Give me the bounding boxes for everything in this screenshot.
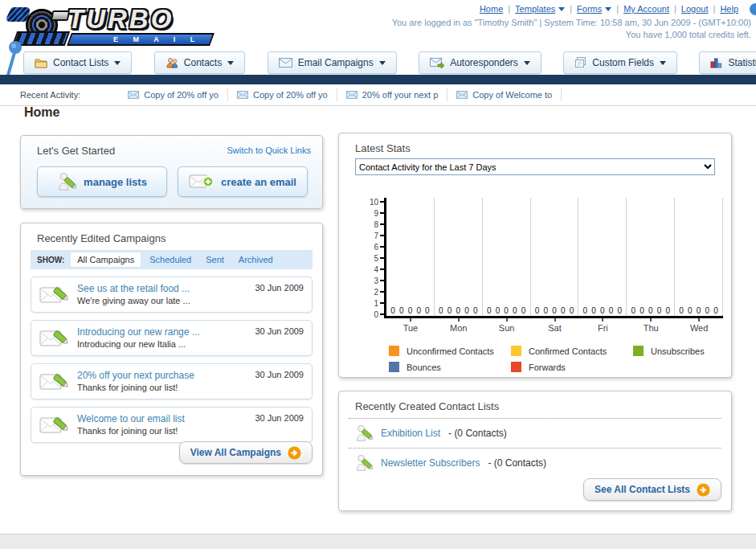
chart-plot: 00000000000000000000000000000000000 (384, 198, 723, 318)
campaign-row[interactable]: See us at the retail food ... We're givi… (31, 277, 313, 313)
recent-activity-item-label: Copy of Welcome to (472, 90, 552, 100)
recent-campaigns-panel: Recently Edited Campaigns SHOW: All Camp… (20, 223, 323, 476)
chart-y-axis: 109876543210 (362, 198, 384, 318)
recent-activity-item[interactable]: 20% off your next p (337, 88, 448, 101)
chart-value-label: 0 (679, 306, 684, 315)
chart-value-label: 0 (408, 306, 413, 315)
campaign-filter[interactable]: Sent (206, 255, 224, 264)
tab-statistics[interactable]: Statistics (699, 51, 756, 74)
logo-slashes-decoration (12, 31, 71, 46)
view-all-campaigns-button[interactable]: View All Campaigns (179, 441, 313, 464)
turbo-email-logo: TURBO E M A I L (5, 2, 218, 47)
top-nav: Home|Templates|Forms|My Account|Logout|H… (480, 4, 738, 14)
top-nav-help[interactable]: Help (720, 4, 738, 14)
campaign-subtitle: We're giving away our late ... (77, 295, 255, 307)
chart-value-label: 0 (561, 306, 566, 315)
recent-activity-item[interactable]: Copy of 20% off yo (228, 88, 337, 101)
help-bubble-icon[interactable] (750, 3, 756, 15)
campaign-row[interactable]: 20% off your next purchase Thanks for jo… (31, 363, 313, 399)
tab-contact-lists[interactable]: Contact Lists (23, 51, 132, 74)
tab-contacts[interactable]: Contacts (154, 51, 245, 74)
chevron-down-icon (660, 61, 666, 65)
chevron-down-icon (227, 61, 234, 65)
header: TURBO E M A I L Home|Templates|Forms|My … (0, 0, 756, 50)
campaign-filter-bar: SHOW: All Campaigns Scheduled Sent Archi… (31, 250, 313, 269)
arrow-right-circle-icon (697, 483, 710, 497)
contact-list-link[interactable]: Newsletter Subscribers (381, 457, 480, 469)
chart-day-column: 00000 (627, 198, 675, 316)
chevron-down-icon (524, 61, 530, 65)
chart-x-label: Thu (627, 318, 675, 333)
campaign-row[interactable]: Introducing our new range ... Introducin… (31, 320, 313, 356)
chart-y-tick: 9 (362, 209, 384, 217)
tab-autoresponders[interactable]: Autoresponders (419, 51, 541, 74)
top-nav-my-account[interactable]: My Account (623, 4, 669, 14)
tab-label: Statistics (728, 57, 756, 68)
chart-x-label: Sat (531, 318, 579, 333)
get-started-panel: Let's Get Started Switch to Quick Links … (20, 135, 323, 209)
stats-activity-select[interactable]: Contact Activity for the Last 7 Days (355, 158, 715, 175)
tab-label: Custom Fields (592, 57, 654, 68)
campaign-subtitle: Thanks for joining our list! (77, 425, 255, 437)
envelope-icon (128, 91, 139, 99)
campaign-title-link[interactable]: 20% off your next purchase (77, 370, 255, 382)
recent-activity-item[interactable]: Copy of Welcome to (447, 88, 562, 101)
chart-value-label: 0 (513, 306, 517, 315)
campaign-subtitle: Introducing our new Italia ... (77, 338, 255, 350)
legend-item: Forwards (511, 362, 633, 372)
chart-x-label: Mon (435, 318, 483, 333)
contact-list-items: Exhibition List - (0 Contacts) Newslette… (349, 418, 721, 477)
tab-custom-fields[interactable]: Custom Fields (563, 51, 677, 74)
campaign-filter[interactable]: Scheduled (149, 255, 191, 264)
chart-value-label: 0 (504, 306, 509, 315)
campaign-title-link[interactable]: Introducing our new range ... (77, 326, 255, 338)
chart-value-label: 0 (425, 306, 430, 315)
top-nav-home[interactable]: Home (480, 4, 503, 14)
legend-item: Confirmed Contacts (511, 346, 633, 356)
campaign-row[interactable]: Welcome to our email list Thanks for joi… (31, 407, 313, 443)
chart-value-label: 0 (713, 306, 718, 315)
campaign-title-link[interactable]: See us at the retail food ... (77, 283, 255, 295)
legend-swatch-icon (633, 346, 644, 356)
legend-swatch-icon (511, 362, 521, 372)
envelope-pencil-icon (39, 283, 69, 306)
chevron-down-icon (605, 7, 611, 11)
footer-strip (0, 534, 756, 549)
chart-value-label: 0 (618, 306, 623, 315)
campaign-filter[interactable]: Archived (239, 255, 273, 264)
manage-lists-button[interactable]: manage lists (37, 166, 167, 197)
top-nav-forms[interactable]: Forms (577, 4, 611, 14)
folder-icon (35, 57, 47, 68)
tab-label: Email Campaigns (298, 57, 374, 68)
chart-y-tick: 8 (362, 220, 384, 228)
chart-value-label: 0 (583, 306, 588, 315)
latest-stats-title: Latest Stats (355, 142, 411, 154)
nav-separator: | (713, 4, 716, 14)
contact-list-item[interactable]: Exhibition List - (0 Contacts) (349, 418, 721, 448)
switch-to-quick-links[interactable]: Switch to Quick Links (227, 145, 311, 155)
chart-value-label: 0 (447, 306, 452, 315)
chart-value-label: 0 (631, 306, 635, 315)
contact-activity-chart: 109876543210 000000000000000000000000000… (362, 198, 723, 372)
see-all-contact-lists-button[interactable]: See All Contact Lists (583, 478, 721, 501)
contact-list-link[interactable]: Exhibition List (381, 428, 440, 439)
chart-value-label: 0 (648, 306, 653, 315)
tab-email-campaigns[interactable]: Email Campaigns (268, 51, 397, 74)
chart-y-tick: 6 (362, 243, 384, 251)
logo-title: TURBO (67, 4, 174, 35)
chart-value-label: 0 (600, 306, 605, 315)
create-email-button[interactable]: create an email (178, 166, 308, 197)
chart-value-label: 0 (657, 306, 662, 315)
campaign-row-text: Welcome to our email list Thanks for joi… (77, 413, 255, 437)
chart-y-tick: 4 (362, 265, 384, 273)
logo-subtitle: E M A I L (113, 35, 201, 43)
chart-legend: Unconfirmed ContactsConfirmed ContactsUn… (389, 346, 723, 372)
contact-list-item[interactable]: Newsletter Subscribers - (0 Contacts) (349, 448, 721, 477)
campaign-filter[interactable]: All Campaigns (71, 252, 141, 267)
campaign-row-text: 20% off your next purchase Thanks for jo… (77, 370, 255, 394)
recent-activity-item[interactable]: Copy of 20% off yo (119, 88, 228, 101)
envelope-arrow-icon (430, 58, 444, 68)
campaign-title-link[interactable]: Welcome to our email list (77, 413, 255, 425)
top-nav-templates[interactable]: Templates (515, 4, 565, 14)
top-nav-logout[interactable]: Logout (681, 4, 709, 14)
